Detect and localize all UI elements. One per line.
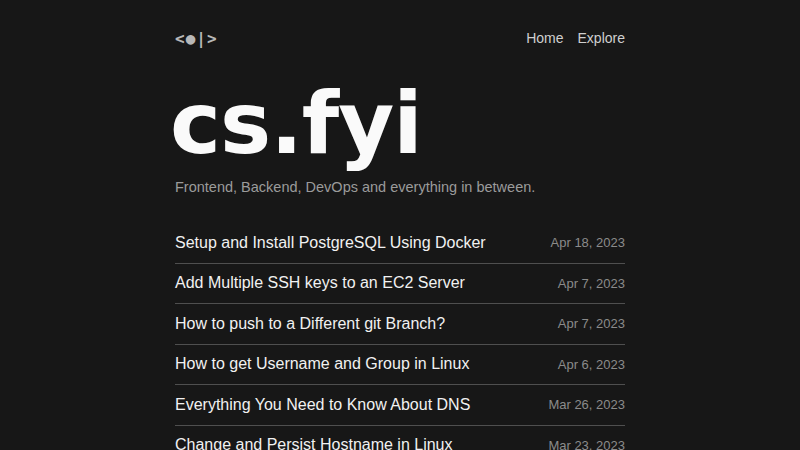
post-row[interactable]: Everything You Need to Know About DNS Ma… (175, 385, 625, 426)
post-list: Setup and Install PostgreSQL Using Docke… (175, 223, 625, 450)
post-date: Apr 7, 2023 (558, 316, 625, 331)
post-row[interactable]: Add Multiple SSH keys to an EC2 Server A… (175, 264, 625, 305)
post-date: Mar 26, 2023 (548, 397, 625, 412)
post-title[interactable]: Add Multiple SSH keys to an EC2 Server (175, 274, 465, 292)
post-date: Apr 6, 2023 (558, 357, 625, 372)
post-title[interactable]: How to push to a Different git Branch? (175, 315, 445, 333)
site-logo[interactable]: <●|> (175, 29, 218, 48)
page-title: cs.fyi (170, 80, 625, 166)
site-header: <●|> Home Explore (175, 0, 625, 47)
post-row[interactable]: How to push to a Different git Branch? A… (175, 304, 625, 345)
post-title[interactable]: Everything You Need to Know About DNS (175, 396, 470, 414)
post-title[interactable]: Setup and Install PostgreSQL Using Docke… (175, 234, 486, 252)
post-title[interactable]: How to get Username and Group in Linux (175, 355, 469, 373)
page-subtitle: Frontend, Backend, DevOps and everything… (175, 179, 625, 195)
post-date: Apr 18, 2023 (551, 235, 625, 250)
post-row[interactable]: Change and Persist Hostname in Linux Mar… (175, 426, 625, 450)
post-row[interactable]: Setup and Install PostgreSQL Using Docke… (175, 223, 625, 264)
main-nav: Home Explore (526, 30, 625, 46)
page-container: <●|> Home Explore cs.fyi Frontend, Backe… (175, 0, 625, 450)
nav-link-explore[interactable]: Explore (578, 30, 625, 46)
post-date: Mar 23, 2023 (548, 438, 625, 450)
post-date: Apr 7, 2023 (558, 276, 625, 291)
post-row[interactable]: How to get Username and Group in Linux A… (175, 345, 625, 386)
post-title[interactable]: Change and Persist Hostname in Linux (175, 436, 453, 450)
nav-link-home[interactable]: Home (526, 30, 563, 46)
